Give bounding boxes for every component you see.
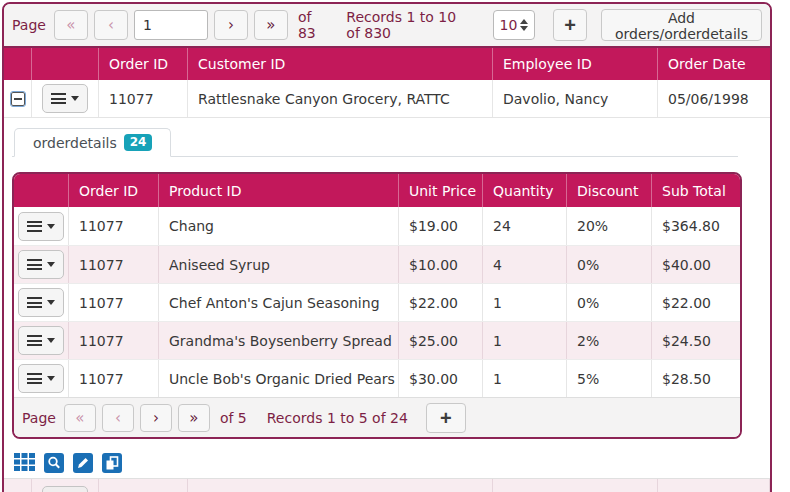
product-id-cell: Uncle Bob's Organic Dried Pears [159,360,399,397]
orderdetails-grid: Order ID Product ID Unit Price Quantity … [12,172,742,439]
sub-total-cell: $28.50 [652,360,740,397]
customer-id-cell: Rattlesnake Canyon Grocery, RATTC [188,80,493,117]
menu-icon [27,335,42,346]
record-count-badge: 24 [124,134,153,151]
prev-page-button[interactable]: ‹ [94,10,128,40]
discount-header: Discount [567,174,652,207]
page-label: Page [22,410,56,426]
order-id-cell: 11077 [69,284,159,321]
quantity-header: Quantity [483,174,567,207]
records-range-label: Records 1 to 10 of 830 [346,9,472,41]
sub-total-cell: $22.00 [652,284,740,321]
detail-toolbar [14,453,770,473]
order-id-cell: 11077 [69,322,159,359]
main-pager-toolbar: Page « ‹ › » of 83 Records 1 to 10 of 83… [4,4,770,48]
first-page-button[interactable]: « [64,404,96,432]
employee-id-header: Employee ID [493,48,658,80]
last-page-button[interactable]: » [254,10,288,40]
discount-cell: 0% [567,246,652,283]
add-orders-orderdetails-button[interactable]: Add orders/orderdetails [601,9,762,41]
unit-price-cell: $19.00 [399,207,483,245]
tab-label: orderdetails [33,135,117,151]
orderdetail-row: 11077 Chang $19.00 24 20% $364.80 [14,207,740,245]
unit-price-header: Unit Price [399,174,483,207]
first-page-button[interactable]: « [54,10,88,40]
product-id-cell: Aniseed Syrup [159,246,399,283]
row-menu-button[interactable] [18,364,64,393]
tab-orderdetails[interactable]: orderdetails 24 [14,128,171,157]
caret-down-icon [47,262,55,267]
order-id-cell: 11077 [69,360,159,397]
orderdetails-header-row: Order ID Product ID Unit Price Quantity … [14,174,740,207]
next-page-button[interactable]: › [140,404,172,432]
order-id-cell: 11077 [69,246,159,283]
menu-icon [27,221,42,232]
records-range-label: Records 1 to 5 of 24 [267,410,408,426]
menu-icon [27,297,42,308]
caret-down-icon [47,376,55,381]
page-count-label: of 83 [298,9,326,41]
page-label: Page [12,17,46,33]
row-menu-button[interactable] [18,288,64,317]
menu-column-header [32,48,99,80]
sub-total-header: Sub Total [652,174,740,207]
caret-down-icon [71,96,79,101]
sub-total-cell: $40.00 [652,246,740,283]
row-menu-button[interactable] [42,486,88,492]
last-page-button[interactable]: » [178,404,210,432]
caret-down-icon [47,338,55,343]
add-orderdetail-button[interactable]: + [426,403,466,433]
sub-total-cell: $364.80 [652,207,740,245]
page-count-label: of 5 [220,410,247,426]
menu-column-header [14,174,69,207]
order-id-header: Order ID [99,48,188,80]
quantity-cell: 1 [483,322,567,359]
copy-paste-icon[interactable] [102,453,122,473]
order-id-cell: 11077 [99,80,188,117]
orderdetail-row: 11077 Aniseed Syrup $10.00 4 0% $40.00 [14,245,740,283]
table-icon[interactable] [14,453,35,473]
order-id-header: Order ID [69,174,159,207]
add-row-button[interactable]: + [553,9,587,41]
orderdetail-row: 11077 Grandma's Boysenberry Spread $25.0… [14,321,740,359]
unit-price-cell: $22.00 [399,284,483,321]
discount-cell: 0% [567,284,652,321]
page-size-select[interactable]: 10 [493,10,536,40]
row-menu-button[interactable] [18,326,64,355]
row-menu-button[interactable] [42,84,88,113]
orders-grid-panel: Page « ‹ › » of 83 Records 1 to 10 of 83… [2,2,772,492]
order-id-cell: 11077 [69,207,159,245]
product-id-cell: Grandma's Boysenberry Spread [159,322,399,359]
edit-icon[interactable] [73,453,93,473]
order-row-partial [4,478,770,492]
orderdetail-row: 11077 Chef Anton's Cajun Seasoning $22.0… [14,283,740,321]
prev-page-button[interactable]: ‹ [102,404,134,432]
discount-cell: 5% [567,360,652,397]
quantity-cell: 4 [483,246,567,283]
next-page-button[interactable]: › [214,10,248,40]
menu-icon [27,373,42,384]
collapse-row-icon[interactable] [11,92,25,106]
page-number-input[interactable] [134,10,208,40]
order-detail-panel: orderdetails 24 Order ID Product ID Unit… [4,128,770,478]
orderdetails-pager: Page « ‹ › » of 5 Records 1 to 5 of 24 + [14,397,740,437]
row-menu-button[interactable] [18,212,64,241]
product-id-cell: Chang [159,207,399,245]
expand-cell[interactable] [4,479,32,492]
row-menu-button[interactable] [18,250,64,279]
page-size-value: 10 [500,17,518,33]
product-id-cell: Chef Anton's Cajun Seasoning [159,284,399,321]
caret-down-icon [47,224,55,229]
search-icon[interactable] [44,453,64,473]
unit-price-cell: $30.00 [399,360,483,397]
quantity-cell: 24 [483,207,567,245]
select-arrows-icon [520,19,528,31]
menu-icon [51,93,66,104]
orderdetail-row: 11077 Uncle Bob's Organic Dried Pears $3… [14,359,740,397]
sub-total-cell: $24.50 [652,322,740,359]
quantity-cell: 1 [483,284,567,321]
expand-column-header [4,48,32,80]
detail-tabbar: orderdetails 24 [12,128,738,157]
menu-icon [27,259,42,270]
order-date-cell: 05/06/1998 [658,80,770,117]
